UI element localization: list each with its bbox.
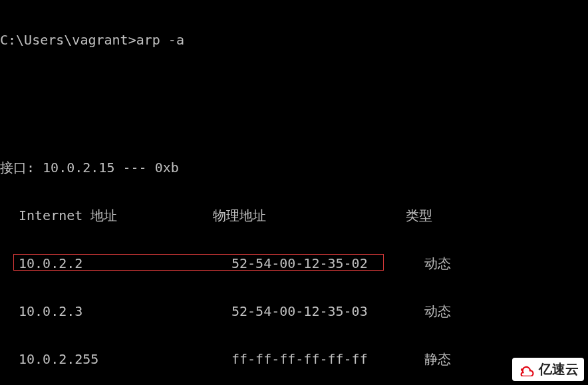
column-header: Internet 地址物理地址类型 (0, 207, 588, 223)
arp-mac: 52-54-00-12-35-02 (231, 255, 424, 271)
watermark-logo: 亿速云 (512, 358, 584, 381)
command-text: arp -a (136, 32, 184, 48)
arp-ip: 10.0.2.3 (19, 303, 231, 319)
prompt: C:\Users\vagrant> (0, 32, 136, 48)
svg-point-0 (521, 368, 523, 370)
watermark-text: 亿速云 (539, 360, 579, 378)
arp-row: 10.0.2.255ff-ff-ff-ff-ff-ff静态 (0, 351, 588, 367)
arp-ip: 10.0.2.2 (19, 255, 231, 271)
arp-mac: ff-ff-ff-ff-ff-ff (231, 351, 424, 367)
cloud-icon (517, 363, 536, 376)
arp-type: 静态 (424, 351, 451, 367)
blank (0, 80, 588, 96)
col-header-type: 类型 (406, 207, 432, 223)
arp-mac: 52-54-00-12-35-03 (231, 303, 424, 319)
prompt-line: C:\Users\vagrant>arp -a (0, 32, 588, 48)
col-header-internet: Internet 地址 (0, 207, 213, 223)
arp-row: 10.0.2.352-54-00-12-35-03动态 (0, 303, 588, 319)
arp-ip: 10.0.2.255 (19, 351, 231, 367)
arp-type: 动态 (424, 255, 451, 271)
arp-type: 动态 (424, 303, 451, 319)
interface-label: 接口: 10.0.2.15 --- 0xb (0, 160, 588, 176)
arp-row: 10.0.2.252-54-00-12-35-02动态 (0, 255, 588, 271)
col-header-physical: 物理地址 (213, 207, 406, 223)
terminal-output[interactable]: C:\Users\vagrant>arp -a 接口: 10.0.2.15 --… (0, 0, 588, 385)
